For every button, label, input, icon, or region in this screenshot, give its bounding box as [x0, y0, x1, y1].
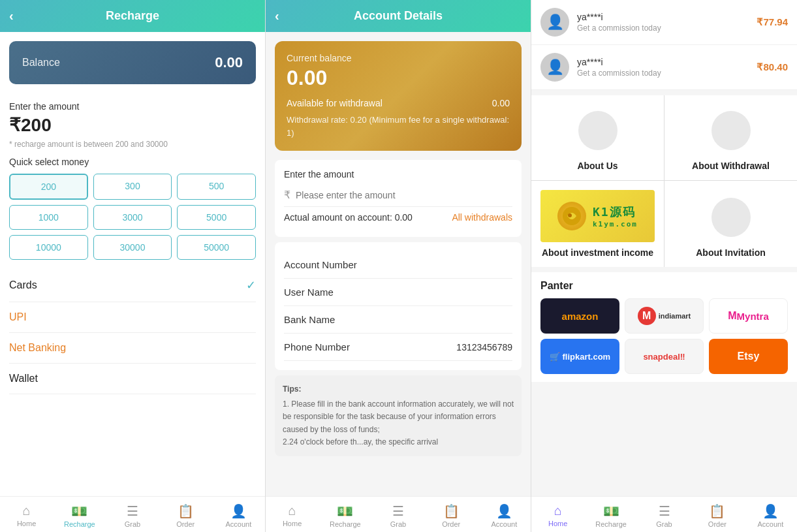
info-grid: About Us About Withdrawal K1源码 — [531, 95, 797, 267]
nav2-order-icon: 📋 — [443, 503, 460, 519]
nav3-home[interactable]: ⌂ Home — [531, 501, 584, 531]
amount-btn-3000[interactable]: 3000 — [93, 205, 172, 230]
upi-label: UPI — [9, 311, 27, 323]
actual-amount-row: Actual amount on account: 0.00 All withd… — [284, 207, 512, 228]
comm-desc-2: Get a commission today — [577, 69, 757, 78]
about-us-label: About Us — [577, 161, 617, 171]
panel1-bottom-nav: ⌂ Home 💵 Recharge ☰ Grab 📋 Order 👤 Accou… — [0, 496, 265, 532]
withdraw-enter-amount-label: Enter the amount — [284, 169, 512, 180]
watermark-text-col: K1源码 k1ym.com — [593, 204, 638, 228]
nav2-grab-icon: ☰ — [392, 503, 404, 519]
about-invitation-cell[interactable]: About Invitation — [664, 181, 797, 267]
partner-etsy[interactable]: Etsy — [709, 339, 788, 374]
account-details-title: Account Details — [354, 9, 443, 23]
enter-amount-label: Enter the amount — [9, 101, 256, 112]
about-investment-cell[interactable]: K1源码 k1ym.com About investment income — [531, 181, 664, 267]
comm-name-1: ya****i — [577, 12, 757, 22]
actual-amount-label: Actual amount on account: 0.00 — [284, 212, 413, 223]
payment-upi[interactable]: UPI — [9, 302, 256, 333]
amount-btn-500[interactable]: 500 — [177, 174, 256, 200]
myntra-label: Myntra — [737, 311, 769, 322]
withdraw-form: Enter the amount ₹ Actual amount on acco… — [275, 160, 522, 237]
home-panel-body: 👤 ya****i Get a commission today ₹77.94 … — [531, 0, 797, 532]
gold-balance-card: Current balance 0.00 Available for withd… — [275, 41, 522, 151]
nav3-order[interactable]: 📋 Order — [691, 501, 743, 531]
nav2-recharge[interactable]: 💵 Recharge — [319, 501, 371, 531]
bank-name-label: Bank Name — [284, 314, 335, 325]
phone-number-row: Phone Number 13123456789 — [284, 334, 512, 361]
nav2-grab[interactable]: ☰ Grab — [371, 501, 424, 531]
payment-wallet[interactable]: Wallet — [9, 364, 256, 394]
account-icon: 👤 — [230, 503, 247, 519]
panel2-bottom-nav: ⌂ Home 💵 Recharge ☰ Grab 📋 Order 👤 Accou… — [266, 496, 531, 532]
nav2-home[interactable]: ⌂ Home — [266, 501, 319, 531]
nav3-recharge-label: Recharge — [595, 520, 627, 528]
payment-netbanking[interactable]: Net Banking — [9, 333, 256, 364]
panter-section: Panter amazon M indiamart M Myntra 🛒 fli… — [531, 272, 797, 382]
nav1-recharge[interactable]: 💵 Recharge — [53, 501, 106, 531]
partner-amazon[interactable]: amazon — [540, 298, 619, 334]
account-details-back-button[interactable]: ‹ — [275, 8, 279, 23]
commission-item-1: 👤 ya****i Get a commission today ₹77.94 — [531, 0, 797, 45]
payment-cards[interactable]: Cards ✓ — [9, 269, 256, 302]
nav1-grab-label: Grab — [125, 520, 140, 528]
watermark-k1-text: K1源码 — [593, 204, 638, 220]
amount-btn-50000[interactable]: 50000 — [177, 235, 256, 260]
avatar-2: 👤 — [540, 53, 569, 82]
tips-line-2: 2.24 o'clock before th...ay, the specifi… — [283, 436, 514, 448]
comm-info-2: ya****i Get a commission today — [577, 57, 757, 78]
nav2-account-label: Account — [492, 520, 518, 528]
nav3-account-label: Account — [757, 520, 783, 528]
partner-indiamart[interactable]: M indiamart — [625, 298, 704, 334]
nav3-recharge[interactable]: 💵 Recharge — [584, 501, 637, 531]
amount-btn-10000[interactable]: 10000 — [9, 235, 88, 260]
all-withdrawals-link[interactable]: All withdrawals — [452, 212, 512, 223]
nav1-home[interactable]: ⌂ Home — [0, 501, 53, 531]
partner-myntra[interactable]: M Myntra — [709, 298, 788, 334]
nav3-account[interactable]: 👤 Account — [744, 501, 797, 531]
nav2-account-icon: 👤 — [496, 503, 512, 519]
available-label: Available for withdrawal — [287, 98, 383, 108]
amount-btn-30000[interactable]: 30000 — [93, 235, 172, 260]
withdraw-amount-input[interactable] — [296, 190, 512, 200]
current-balance-value: 0.00 — [287, 66, 510, 90]
balance-label: Balance — [22, 57, 60, 69]
grab-icon: ☰ — [127, 503, 138, 519]
panel3-bottom-nav: ⌂ Home 💵 Recharge ☰ Grab 📋 Order 👤 Accou… — [531, 496, 797, 532]
about-withdrawal-cell[interactable]: About Withdrawal — [664, 95, 797, 180]
nav1-recharge-label: Recharge — [64, 520, 95, 528]
comm-desc-1: Get a commission today — [577, 23, 757, 33]
nav1-order-label: Order — [176, 520, 195, 528]
partner-flipkart[interactable]: 🛒 flipkart.com — [540, 339, 619, 374]
nav3-recharge-icon: 💵 — [603, 503, 619, 519]
nav1-order[interactable]: 📋 Order — [159, 501, 212, 531]
nav1-grab[interactable]: ☰ Grab — [106, 501, 159, 531]
amount-btn-300[interactable]: 300 — [93, 174, 172, 200]
nav3-grab[interactable]: ☰ Grab — [638, 501, 691, 531]
nav2-home-icon: ⌂ — [289, 503, 296, 518]
myntra-m-icon: M — [728, 310, 736, 322]
tips-box: Tips: 1. Please fill in the bank account… — [275, 375, 522, 456]
watermark-logo — [557, 202, 586, 230]
bank-details-form: Account Number User Name Bank Name Phone… — [275, 242, 522, 370]
svg-point-1 — [568, 213, 572, 217]
available-withdrawal-row: Available for withdrawal 0.00 — [287, 98, 510, 108]
nav2-order[interactable]: 📋 Order — [425, 501, 478, 531]
user-name-row: User Name — [284, 279, 512, 306]
phone-number-value: 13123456789 — [456, 342, 512, 352]
partner-snapdeal[interactable]: snapdeal‼ — [625, 339, 704, 374]
user-name-label: User Name — [284, 287, 334, 298]
about-us-cell[interactable]: About Us — [531, 95, 664, 180]
nav2-recharge-icon: 💵 — [337, 503, 353, 519]
about-investment-label: About investment income — [542, 247, 653, 258]
nav2-account[interactable]: 👤 Account — [478, 501, 531, 531]
quick-select-label: Quick select money — [9, 157, 256, 167]
nav2-order-label: Order — [442, 520, 460, 528]
amount-btn-1000[interactable]: 1000 — [9, 205, 88, 230]
amount-btn-200[interactable]: 200 — [9, 174, 88, 200]
nav1-account[interactable]: 👤 Account — [212, 501, 265, 531]
recharge-title: Recharge — [106, 9, 159, 23]
nav3-home-label: Home — [548, 520, 567, 527]
amount-btn-5000[interactable]: 5000 — [177, 205, 256, 230]
recharge-back-button[interactable]: ‹ — [9, 8, 14, 23]
